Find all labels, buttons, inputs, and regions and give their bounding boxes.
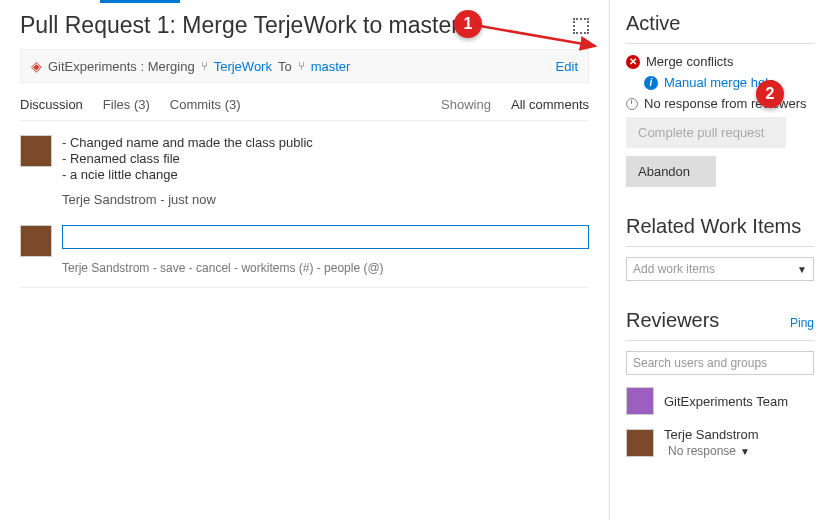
divider xyxy=(626,340,814,341)
add-work-items-dropdown[interactable]: Add work items▼ xyxy=(626,257,814,281)
abandon-button[interactable]: Abandon xyxy=(626,156,716,187)
edit-link[interactable]: Edit xyxy=(556,59,578,74)
avatar xyxy=(20,135,52,167)
fullscreen-icon[interactable] xyxy=(573,18,589,34)
team-avatar xyxy=(626,387,654,415)
active-tab-indicator xyxy=(100,0,180,3)
clock-icon xyxy=(626,98,638,110)
tab-commits[interactable]: Commits (3) xyxy=(170,97,241,112)
target-branch-link[interactable]: master xyxy=(311,59,351,74)
reviewer-name[interactable]: Terje Sandstrom xyxy=(664,427,759,442)
repo-icon: ◈ xyxy=(31,58,42,74)
annotation-marker-2: 2 xyxy=(756,80,784,108)
comment-line: - Changed name and made the class public xyxy=(62,135,589,150)
divider xyxy=(626,246,814,247)
reviewer-row: Terje Sandstrom No response ▼ xyxy=(626,427,814,458)
error-icon: ✕ xyxy=(626,55,640,69)
comment-block: - Changed name and made the class public… xyxy=(20,135,589,207)
showing-label: Showing xyxy=(441,97,491,112)
avatar xyxy=(626,429,654,457)
chevron-down-icon: ▼ xyxy=(797,264,807,275)
branch-icon: ⑂ xyxy=(201,59,208,73)
divider xyxy=(626,43,814,44)
divider xyxy=(20,287,589,288)
reviewer-name[interactable]: GitExperiments Team xyxy=(664,394,788,409)
tab-discussion[interactable]: Discussion xyxy=(20,97,83,112)
tab-files[interactable]: Files (3) xyxy=(103,97,150,112)
info-icon: i xyxy=(644,76,658,90)
reviewers-header: Reviewers Ping xyxy=(626,309,814,332)
reviewer-row: GitExperiments Team xyxy=(626,387,814,415)
compose-hint: Terje Sandstrom - save - cancel - workit… xyxy=(62,261,589,275)
annotation-marker-1: 1 xyxy=(454,10,482,38)
merge-conflicts-label: Merge conflicts xyxy=(646,54,733,69)
comment-input[interactable] xyxy=(62,225,589,249)
page-title: Pull Request 1: Merge TerjeWork to maste… xyxy=(20,12,459,39)
status-header: Active xyxy=(626,12,814,35)
related-work-items-header: Related Work Items xyxy=(626,215,814,238)
comment-line: - a ncie little change xyxy=(62,167,589,182)
ping-link[interactable]: Ping xyxy=(790,316,814,330)
search-reviewers-input[interactable]: Search users and groups xyxy=(626,351,814,375)
reviewer-status: No response xyxy=(668,444,736,458)
source-branch-link[interactable]: TerjeWork xyxy=(214,59,272,74)
complete-pr-button: Complete pull request xyxy=(626,117,786,148)
branch-bar: ◈ GitExperiments : Merging ⑂ TerjeWork T… xyxy=(20,49,589,83)
avatar xyxy=(20,225,52,257)
branch-icon: ⑂ xyxy=(298,59,305,73)
comment-meta: Terje Sandstrom - just now xyxy=(62,192,589,207)
comment-line: - Renamed class file xyxy=(62,151,589,166)
to-label: To xyxy=(278,59,292,74)
comments-filter[interactable]: All comments xyxy=(511,97,589,112)
repo-name: GitExperiments : Merging xyxy=(48,59,195,74)
chevron-down-icon[interactable]: ▼ xyxy=(740,446,750,457)
